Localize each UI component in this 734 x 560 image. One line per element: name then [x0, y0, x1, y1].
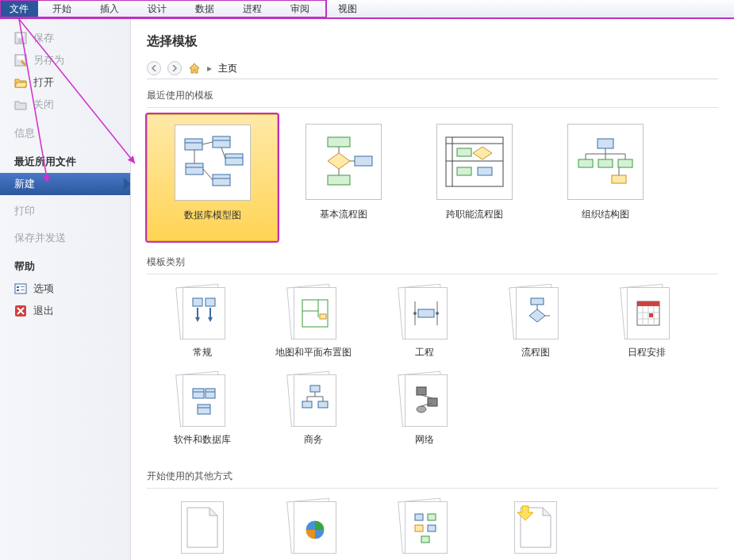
sidebar-exit[interactable]: 退出: [0, 300, 130, 322]
ribbon-menubar: 文件 开始 插入 设计 数据 进程 审阅 视图: [0, 0, 734, 19]
svg-rect-82: [310, 385, 320, 392]
svg-line-22: [221, 148, 225, 159]
nav-forward-button[interactable]: [167, 61, 182, 75]
svg-point-63: [436, 312, 439, 315]
template-cross-functional[interactable]: 跨职能流程图: [409, 114, 540, 241]
other-blank-drawing[interactable]: 空白绘图: [147, 495, 258, 560]
category-software-database[interactable]: 软件和数据库: [147, 368, 258, 455]
category-flowchart[interactable]: 流程图: [480, 281, 591, 368]
sidebar-options-label: 选项: [33, 282, 54, 296]
main-content: 选择模板 ▸ 主页 最近使用的模板: [131, 19, 734, 560]
svg-rect-75: [649, 313, 653, 317]
categories-grid: 常规 地图和平面布置图 工程 流程图: [147, 281, 718, 455]
category-label: 软件和数据库: [174, 433, 231, 447]
category-business[interactable]: 商务: [258, 368, 369, 455]
svg-rect-51: [193, 298, 202, 306]
divider: [147, 488, 718, 489]
sidebar-save-as-label: 另存为: [33, 53, 64, 67]
sidebar-close[interactable]: 关闭: [0, 94, 130, 116]
tab-view[interactable]: 视图: [324, 0, 371, 17]
svg-rect-61: [418, 309, 434, 317]
sidebar-open-label: 打开: [33, 75, 54, 90]
sidebar-save-label: 保存: [33, 31, 54, 45]
svg-rect-42: [598, 159, 613, 167]
page-title: 选择模板: [147, 33, 718, 50]
section-categories-label: 模板类别: [147, 252, 718, 272]
recent-templates-grid: 数据库模型图 基本流程图: [147, 114, 718, 241]
svg-rect-38: [457, 167, 471, 175]
other-ways-grid: 空白绘图 Office.com 模板 示例图表 根据现有内容新建: [147, 495, 718, 560]
svg-line-23: [203, 169, 213, 180]
svg-rect-89: [417, 387, 426, 395]
svg-rect-8: [21, 286, 25, 287]
template-basic-flowchart[interactable]: 基本流程图: [278, 114, 409, 241]
sidebar-new[interactable]: 新建: [0, 173, 130, 195]
svg-line-21: [202, 142, 213, 144]
tab-insert[interactable]: 插入: [86, 0, 133, 17]
category-schedule[interactable]: 日程安排: [591, 281, 702, 368]
svg-rect-43: [618, 159, 632, 167]
svg-rect-2: [18, 39, 23, 43]
svg-rect-13: [213, 136, 230, 148]
category-label: 工程: [415, 346, 434, 359]
other-from-existing[interactable]: 根据现有内容新建: [480, 495, 591, 560]
category-maps-floorplans[interactable]: 地图和平面布置图: [258, 281, 369, 368]
thumb-cross-functional: [436, 124, 513, 200]
category-label: 常规: [193, 346, 212, 359]
sidebar-save-as[interactable]: 另存为: [0, 49, 130, 71]
sidebar-print[interactable]: 打印: [0, 200, 130, 222]
sidebar-new-label: 新建: [14, 177, 35, 191]
breadcrumb-home[interactable]: 主页: [218, 62, 237, 75]
category-label: 地图和平面布置图: [275, 346, 352, 359]
svg-rect-7: [17, 290, 19, 291]
template-label: 数据库模型图: [184, 209, 241, 222]
category-label: 流程图: [521, 346, 550, 359]
sidebar-open[interactable]: 打开: [0, 71, 130, 94]
tab-data[interactable]: 数据: [181, 0, 229, 17]
home-icon[interactable]: [188, 62, 201, 75]
category-label: 商务: [304, 433, 323, 447]
svg-rect-76: [193, 389, 204, 398]
divider: [147, 107, 718, 108]
category-general[interactable]: 常规: [147, 281, 258, 368]
svg-line-92: [421, 395, 432, 398]
sidebar-help-label: 帮助: [14, 259, 35, 274]
category-network[interactable]: 网络: [369, 368, 480, 455]
svg-rect-36: [457, 148, 471, 156]
sidebar-save-send-label: 保存并发送: [14, 231, 66, 245]
sidebar-save-send[interactable]: 保存并发送: [0, 227, 130, 249]
sidebar-save[interactable]: 保存: [0, 27, 130, 49]
exit-icon: [14, 305, 27, 317]
svg-rect-55: [302, 300, 328, 327]
section-other-label: 开始使用的其他方式: [147, 466, 718, 486]
svg-rect-25: [328, 137, 350, 147]
category-engineering[interactable]: 工程: [369, 281, 480, 368]
svg-rect-78: [198, 405, 210, 414]
other-sample-diagrams[interactable]: 示例图表: [369, 495, 480, 560]
svg-rect-102: [421, 536, 429, 543]
tab-file[interactable]: 文件: [0, 0, 38, 17]
tab-review[interactable]: 审阅: [276, 0, 324, 17]
sidebar-recent[interactable]: 最近所用文件: [0, 151, 130, 173]
template-org-chart[interactable]: 组织结构图: [540, 114, 671, 241]
template-database-model[interactable]: 数据库模型图: [147, 114, 278, 241]
sidebar-info-label: 信息: [14, 126, 35, 140]
svg-rect-90: [428, 398, 437, 406]
svg-rect-17: [186, 163, 203, 175]
tab-design[interactable]: 设计: [133, 0, 181, 17]
save-icon: [14, 32, 27, 44]
nav-back-button[interactable]: [147, 61, 161, 75]
svg-point-91: [417, 406, 426, 412]
svg-rect-84: [318, 401, 328, 408]
tab-process[interactable]: 进程: [229, 0, 276, 17]
svg-rect-41: [578, 159, 593, 167]
svg-rect-32: [446, 137, 503, 186]
sidebar-help[interactable]: 帮助: [0, 255, 130, 278]
other-office-com[interactable]: Office.com 模板: [258, 495, 369, 560]
sidebar-info[interactable]: 信息: [0, 122, 130, 144]
tab-home[interactable]: 开始: [38, 0, 86, 17]
svg-rect-9: [21, 290, 25, 290]
svg-rect-77: [206, 389, 215, 398]
svg-rect-100: [415, 525, 423, 531]
sidebar-options[interactable]: 选项: [0, 278, 130, 300]
